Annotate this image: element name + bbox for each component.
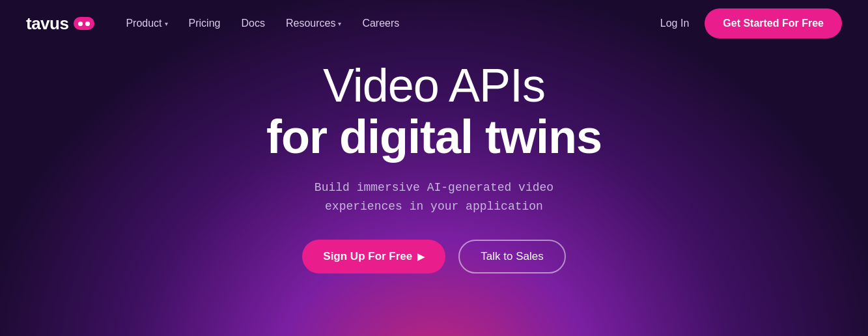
nav-link-resources[interactable]: Resources ▾ (286, 18, 341, 29)
logo-text: tavus (26, 14, 68, 34)
nav-item-resources[interactable]: Resources ▾ (286, 18, 341, 29)
navbar-right: Log In Get Started For Free (660, 8, 842, 38)
navbar-left: tavus Product ▾ Pricing (26, 14, 399, 34)
logo[interactable]: tavus (26, 14, 94, 34)
nav-item-product[interactable]: Product ▾ (126, 18, 167, 29)
hero-subtitle: Build immersive AI-generated video exper… (315, 178, 553, 216)
hero-title-line1: Video APIs (323, 60, 545, 111)
nav-item-pricing[interactable]: Pricing (189, 18, 221, 29)
nav-item-careers[interactable]: Careers (362, 18, 399, 29)
signup-button[interactable]: Sign Up For Free ▶ (302, 240, 445, 273)
nav-link-docs[interactable]: Docs (241, 18, 264, 29)
nav-link-careers[interactable]: Careers (362, 18, 399, 29)
hero-title-line2: for digital twins (266, 111, 602, 163)
talk-to-sales-button[interactable]: Talk to Sales (458, 240, 565, 273)
login-link[interactable]: Log In (660, 18, 689, 29)
chevron-down-icon: ▾ (338, 20, 341, 27)
nav-links: Product ▾ Pricing Docs Resources (126, 18, 399, 29)
navbar: tavus Product ▾ Pricing (0, 0, 868, 47)
get-started-button[interactable]: Get Started For Free (705, 8, 842, 38)
page-wrapper: tavus Product ▾ Pricing (0, 0, 868, 336)
logo-icon (74, 17, 94, 30)
nav-item-docs[interactable]: Docs (241, 18, 264, 29)
chevron-down-icon: ▾ (165, 20, 168, 27)
arrow-icon: ▶ (417, 251, 425, 262)
nav-link-pricing[interactable]: Pricing (189, 18, 221, 29)
hero-buttons: Sign Up For Free ▶ Talk to Sales (302, 240, 565, 273)
nav-link-product[interactable]: Product ▾ (126, 18, 167, 29)
hero-section: Video APIs for digital twins Build immer… (0, 47, 868, 273)
